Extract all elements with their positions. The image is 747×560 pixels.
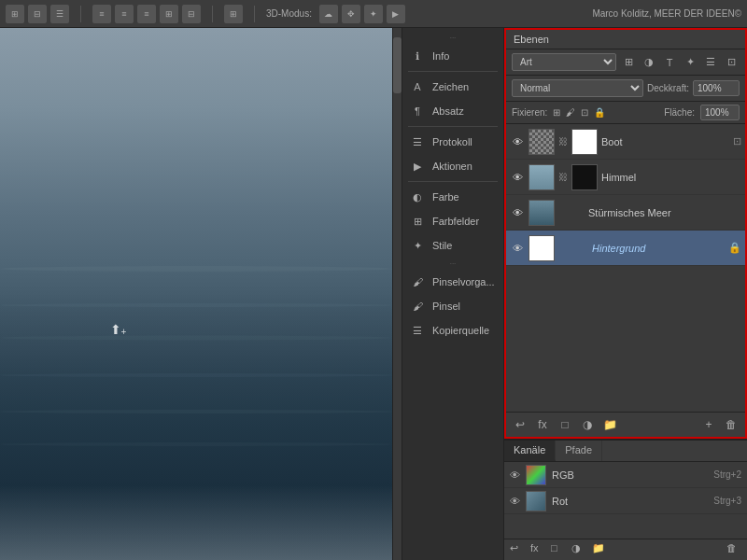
layer-icon-btn-1[interactable]: ⊞ bbox=[620, 54, 637, 71]
canvas-scrollbar[interactable] bbox=[392, 28, 402, 560]
toolbar-icon-3d-1[interactable]: ☁ bbox=[319, 5, 338, 23]
layer-eye-meer[interactable]: 👁 bbox=[510, 205, 525, 220]
mode-label: 3D-Modus: bbox=[266, 8, 312, 19]
layer-thumb-himmel bbox=[529, 164, 555, 190]
toolbar-icons-group4: ☁ ✥ ✦ ▶ bbox=[319, 5, 405, 23]
toolbar-icons-group2: ≡ ≡ ≡ ⊞ ⊟ bbox=[92, 5, 201, 23]
canvas-scrollbar-thumb[interactable] bbox=[393, 37, 402, 93]
layers-new-btn[interactable]: + bbox=[700, 416, 717, 433]
toolbar-icon-align2[interactable]: ≡ bbox=[115, 5, 134, 23]
layer-icon-btn-3[interactable]: T bbox=[661, 54, 678, 71]
fix-icon-2[interactable]: 🖌 bbox=[566, 107, 575, 118]
middle-item-farbe[interactable]: ◐ Farbe bbox=[402, 185, 503, 209]
right-panel: Ebenen Art ⊞ ◑ T ✦ ☰ ⊡ Normal Deckkraft: bbox=[504, 28, 747, 560]
sep-1 bbox=[408, 71, 498, 72]
ch-icon-1[interactable]: ↩ bbox=[510, 542, 525, 557]
tab-kanale[interactable]: Kanäle bbox=[504, 441, 556, 461]
layers-adjustment-btn[interactable]: ◑ bbox=[579, 416, 596, 433]
layer-icon-btn-4[interactable]: ✦ bbox=[682, 54, 698, 71]
toolbar-icon-2[interactable]: ⊟ bbox=[28, 5, 47, 23]
toolbar-sep-2 bbox=[212, 6, 213, 22]
layer-thumb-meer bbox=[529, 200, 555, 226]
toolbar-icons-group1: ⊞ ⊟ ☰ bbox=[6, 5, 69, 23]
layer-row-meer[interactable]: 👁 Stürmisches Meer bbox=[506, 195, 745, 231]
ch-icon-2[interactable]: fx bbox=[530, 542, 545, 557]
user-info: Marco Kolditz, MEER DER IDEEN© bbox=[592, 8, 741, 19]
toolbar-icon-3d-2[interactable]: ✥ bbox=[342, 5, 360, 23]
toolbar-icon-3d-4[interactable]: ▶ bbox=[387, 5, 405, 23]
layer-chain-boot: ⛓ bbox=[558, 136, 568, 147]
layers-fixieren-row: Fixieren: ⊞ 🖌 ⊡ 🔒 Fläche: bbox=[506, 102, 745, 124]
ch-icon-4[interactable]: ◑ bbox=[571, 542, 586, 557]
fix-icon-1[interactable]: ⊞ bbox=[553, 107, 560, 118]
middle-item-pinsel[interactable]: 🖌 Pinsel bbox=[402, 294, 503, 318]
tab-pfade[interactable]: Pfade bbox=[556, 441, 602, 461]
ch-icon-delete[interactable]: 🗑 bbox=[726, 542, 741, 557]
channel-row-rot[interactable]: 👁 Rot Strg+3 bbox=[504, 488, 747, 514]
sep-3 bbox=[408, 181, 498, 182]
layers-mask-btn[interactable]: □ bbox=[557, 416, 573, 433]
layer-row-himmel[interactable]: 👁 ⛓ Himmel bbox=[506, 160, 745, 195]
layers-mode-select[interactable]: Normal bbox=[512, 79, 643, 97]
middle-item-zeichen[interactable]: A Zeichen bbox=[402, 75, 503, 99]
toolbar-icon-align4[interactable]: ⊞ bbox=[160, 5, 178, 23]
layer-row-boot[interactable]: 👁 ⛓ Boot ⊡ bbox=[506, 124, 745, 160]
channel-eye-rot[interactable]: 👁 bbox=[510, 496, 520, 507]
ch-icon-5[interactable]: 📁 bbox=[592, 542, 607, 557]
zeichen-label: Zeichen bbox=[432, 81, 469, 92]
toolbar-icon-align5[interactable]: ⊟ bbox=[182, 5, 201, 23]
kopierquelle-icon: ☰ bbox=[410, 323, 425, 338]
wave-overlay: ⬆+ bbox=[0, 28, 392, 560]
layer-filter-toggle[interactable]: ⊡ bbox=[723, 54, 740, 71]
channel-name-rgb: RGB bbox=[552, 469, 708, 481]
flaeche-label: Fläche: bbox=[664, 107, 695, 118]
layer-eye-himmel[interactable]: 👁 bbox=[510, 170, 525, 185]
middle-item-absatz[interactable]: ¶ Absatz bbox=[402, 99, 503, 123]
stile-label: Stile bbox=[432, 240, 452, 251]
layers-group-btn[interactable]: 📁 bbox=[601, 416, 618, 433]
middle-item-protokoll[interactable]: ☰ Protokoll bbox=[402, 130, 503, 154]
layer-eye-boot[interactable]: 👁 bbox=[510, 134, 525, 149]
layers-delete-btn[interactable]: 🗑 bbox=[723, 416, 740, 433]
channel-row-rgb[interactable]: 👁 RGB Strg+2 bbox=[504, 462, 747, 488]
middle-item-farbfelder[interactable]: ⊞ Farbfelder bbox=[402, 209, 503, 233]
layer-icon-btn-2[interactable]: ◑ bbox=[641, 54, 657, 71]
layer-lock-hintergrund: 🔒 bbox=[728, 242, 741, 254]
toolbar-sep-1 bbox=[80, 6, 81, 22]
middle-item-stile[interactable]: ✦ Stile bbox=[402, 233, 503, 258]
toolbar-icon-1[interactable]: ⊞ bbox=[6, 5, 24, 23]
farbe-icon: ◐ bbox=[410, 189, 425, 204]
layer-icon-btn-5[interactable]: ☰ bbox=[702, 54, 719, 71]
layers-fx-btn[interactable]: fx bbox=[534, 416, 551, 433]
flaeche-input[interactable] bbox=[700, 105, 740, 120]
toolbar-icon-align1[interactable]: ≡ bbox=[92, 5, 111, 23]
fix-icon-4[interactable]: 🔒 bbox=[594, 107, 605, 118]
middle-item-pinselvorga[interactable]: 🖌 Pinselvorga... bbox=[402, 270, 503, 294]
foam-overlay bbox=[0, 485, 392, 560]
channel-eye-rgb[interactable]: 👁 bbox=[510, 469, 520, 481]
toolbar-icon-grid[interactable]: ⊞ bbox=[224, 5, 243, 23]
zeichen-icon: A bbox=[410, 79, 425, 94]
ch-icon-3[interactable]: □ bbox=[551, 542, 566, 557]
opacity-input[interactable] bbox=[693, 80, 740, 96]
wave-4 bbox=[0, 373, 392, 377]
fix-icon-3[interactable]: ⊡ bbox=[581, 107, 588, 118]
pinsel-icon: 🖌 bbox=[410, 299, 425, 314]
layers-kind-select[interactable]: Art bbox=[512, 53, 616, 71]
toolbar-icon-align3[interactable]: ≡ bbox=[137, 5, 156, 23]
pinsel-label: Pinsel bbox=[432, 301, 460, 312]
toolbar-icon-3d-3[interactable]: ✦ bbox=[364, 5, 383, 23]
aktionen-icon: ▶ bbox=[410, 159, 425, 174]
layer-eye-hintergrund[interactable]: 👁 bbox=[510, 241, 525, 256]
middle-item-aktionen[interactable]: ▶ Aktionen bbox=[402, 154, 503, 178]
wave-6 bbox=[0, 442, 392, 446]
layer-name-meer: Stürmisches Meer bbox=[588, 207, 741, 218]
middle-item-kopierquelle[interactable]: ☰ Kopierquelle bbox=[402, 318, 503, 343]
middle-item-info[interactable]: ℹ Info bbox=[402, 44, 503, 68]
layers-link-btn[interactable]: ↩ bbox=[512, 416, 529, 433]
toolbar-icon-3[interactable]: ☰ bbox=[50, 5, 69, 23]
fixieren-label: Fixieren: bbox=[512, 107, 547, 118]
channel-thumb-rgb bbox=[526, 465, 546, 485]
layer-row-hintergrund[interactable]: 👁 Hintergrund 🔒 bbox=[506, 231, 745, 266]
wave-3 bbox=[0, 335, 392, 340]
